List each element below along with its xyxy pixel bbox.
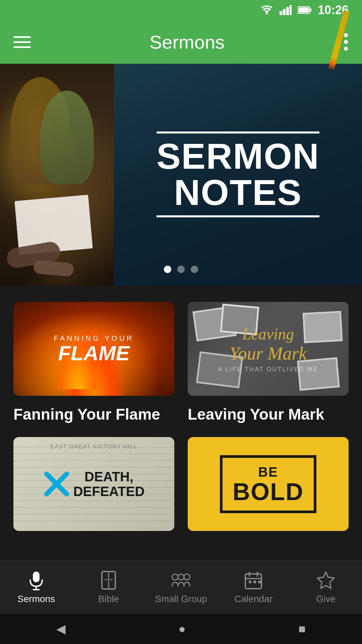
nav-label-small-group: Small Group	[155, 594, 207, 604]
hero-banner[interactable]: SERMON NOTES	[0, 64, 362, 285]
svg-point-33	[178, 574, 184, 580]
svg-marker-42	[317, 572, 334, 588]
hero-right-content: SERMON NOTES	[114, 64, 362, 285]
nav-item-small-group[interactable]: Small Group	[145, 570, 217, 604]
status-icons: 10:26	[260, 3, 349, 17]
svg-rect-39	[249, 581, 251, 583]
carousel-dot-2[interactable]	[177, 266, 185, 273]
mark-title: Leaving Your Mark A LIFE THAT OUTLIVES M…	[218, 325, 318, 373]
svg-point-8	[344, 33, 348, 37]
hero-left-image	[0, 64, 114, 285]
nav-item-bible[interactable]: Bible	[72, 570, 145, 604]
svg-rect-3	[286, 7, 289, 15]
cross-x-icon	[43, 471, 70, 497]
svg-rect-40	[253, 581, 256, 583]
sermon-card-leaving-your-mark[interactable]: Leaving Your Mark A LIFE THAT OUTLIVES M…	[188, 302, 349, 424]
nav-label-calendar: Calendar	[234, 594, 273, 604]
bold-text: BOLD	[233, 480, 304, 504]
sermon-title-flame: Fanning Your Flame	[13, 405, 174, 424]
sermon-thumbnail-mark: Leaving Your Mark A LIFE THAT OUTLIVES M…	[188, 302, 349, 396]
svg-point-32	[172, 574, 178, 580]
flame-text-large: FLAME	[58, 343, 130, 364]
home-button[interactable]: ●	[178, 622, 186, 636]
nav-item-sermons[interactable]: Sermons	[0, 570, 72, 604]
sermon-thumbnail-flame: FANNING YOUR FLAME	[13, 302, 174, 396]
svg-point-10	[344, 47, 348, 51]
svg-point-0	[266, 12, 268, 14]
recent-button[interactable]: ■	[298, 622, 306, 636]
signal-icon	[280, 5, 292, 15]
sermon-thumbnail-death: EAST GREAT VICTORY HILL DEATH, DEFEATED	[13, 437, 174, 531]
sermon-card-death-defeated[interactable]: EAST GREAT VICTORY HILL DEATH, DEFEATED	[13, 437, 174, 531]
calendar-icon	[243, 570, 263, 590]
nav-label-bible: Bible	[98, 594, 119, 604]
more-options-button[interactable]	[343, 32, 349, 52]
svg-rect-41	[258, 581, 261, 583]
svg-rect-6	[310, 8, 311, 12]
death-title-text: DEATH,	[73, 469, 145, 484]
hamburger-menu-button[interactable]	[13, 36, 31, 48]
star-icon	[316, 570, 336, 590]
svg-rect-1	[280, 11, 282, 15]
carousel-dots	[0, 266, 362, 273]
bottom-nav: Sermons Bible Small Group	[0, 560, 362, 614]
bold-box: BE BOLD	[220, 455, 316, 513]
sermon-thumbnail-bold: BE BOLD	[188, 437, 349, 531]
nav-label-give: Give	[316, 594, 336, 604]
nav-item-give[interactable]: Give	[290, 570, 362, 604]
microphone-icon	[26, 570, 46, 590]
sermon-grid: FANNING YOUR FLAME Fanning Your Flame Le…	[0, 285, 362, 541]
svg-rect-2	[283, 9, 286, 15]
sermon-title-mark: Leaving Your Mark	[188, 405, 349, 424]
svg-point-34	[184, 574, 190, 580]
svg-rect-25	[33, 572, 40, 582]
system-nav-bar: ◀ ● ■	[0, 614, 362, 644]
back-button[interactable]: ◀	[56, 622, 66, 636]
sermon-card-fanning-your-flame[interactable]: FANNING YOUR FLAME Fanning Your Flame	[13, 302, 174, 424]
svg-rect-4	[290, 5, 292, 15]
carousel-dot-1[interactable]	[164, 266, 171, 273]
group-icon	[171, 570, 191, 590]
sermon-notes-title: SERMON NOTES	[157, 138, 319, 211]
svg-rect-7	[298, 8, 309, 13]
app-header: Sermons	[0, 20, 362, 64]
wifi-icon	[260, 5, 274, 15]
bible-icon	[99, 570, 119, 590]
battery-icon	[298, 6, 312, 14]
sermon-card-be-bold[interactable]: BE BOLD	[188, 437, 349, 531]
carousel-dot-3[interactable]	[191, 266, 198, 273]
status-bar: 10:26	[0, 0, 362, 20]
nav-label-sermons: Sermons	[17, 594, 55, 604]
svg-point-9	[344, 40, 348, 44]
page-title: Sermons	[149, 31, 225, 53]
nav-item-calendar[interactable]: Calendar	[217, 570, 290, 604]
